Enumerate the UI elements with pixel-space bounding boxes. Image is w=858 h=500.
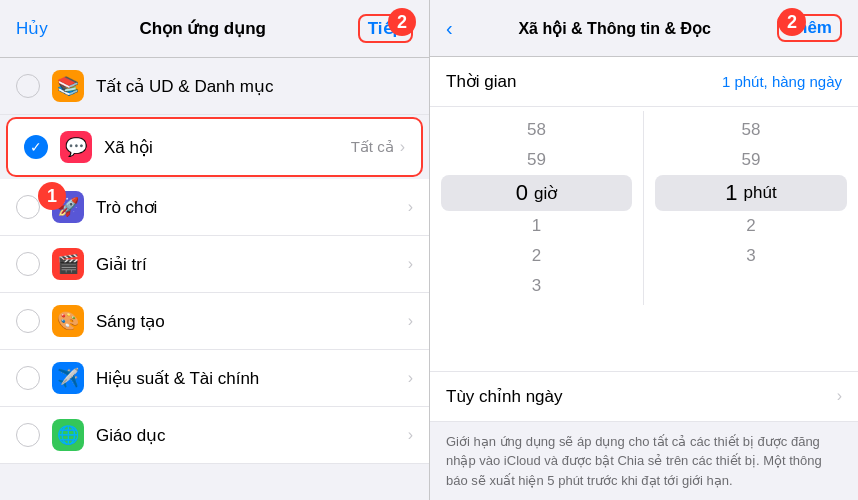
item-label-creative: Sáng tạo	[96, 311, 408, 332]
education-icon: 🌐	[52, 419, 84, 451]
picker-hour-2: 2	[532, 241, 541, 271]
picker-min-59: 59	[742, 145, 761, 175]
all-icon: 📚	[52, 70, 84, 102]
radio-unselected	[16, 252, 40, 276]
chevron-icon: ›	[408, 198, 413, 216]
right-panel: ‹ Xã hội & Thông tin & Đọc Thêm 2 Thời g…	[430, 0, 858, 500]
cancel-button[interactable]: Hủy	[16, 18, 48, 39]
chevron-icon: ›	[400, 138, 405, 156]
radio-unselected	[16, 366, 40, 390]
customize-label: Tùy chỉnh ngày	[446, 386, 563, 407]
left-header: Hủy Chọn ứng dụng Tiếp	[0, 0, 429, 58]
list-item[interactable]: 📚 Tất cả UD & Danh mục	[0, 58, 429, 115]
picker-hour-59: 59	[527, 145, 546, 175]
chevron-icon: ›	[837, 387, 842, 405]
badge-1-left: 1	[38, 182, 66, 210]
picker-min-58: 58	[742, 115, 761, 145]
list-item-social[interactable]: ✓ 💬 Xã hội Tất cả ›	[6, 117, 423, 177]
radio-checked: ✓	[24, 135, 48, 159]
entertainment-icon: 🎬	[52, 248, 84, 280]
item-label-entertainment: Giải trí	[96, 254, 408, 275]
chevron-icon: ›	[408, 255, 413, 273]
time-picker[interactable]: 58 59 0 giờ 1 2 3 58 59 1 phút	[430, 107, 858, 371]
item-label-productivity: Hiệu suất & Tài chính	[96, 368, 408, 389]
picker-hour-58: 58	[527, 115, 546, 145]
chevron-icon: ›	[408, 369, 413, 387]
social-icon: 💬	[60, 131, 92, 163]
left-title: Chọn ứng dụng	[140, 18, 266, 39]
list-item-games[interactable]: 🚀 Trò chơi ›	[0, 179, 429, 236]
note-text: Giới hạn ứng dụng sẽ áp dụng cho tất cả …	[430, 422, 858, 501]
creative-icon: 🎨	[52, 305, 84, 337]
badge-2-next: 2	[388, 8, 416, 36]
picker-hour-1: 1	[532, 211, 541, 241]
item-sublabel-social: Tất cả	[351, 138, 394, 156]
time-value: 1 phút, hàng ngày	[722, 73, 842, 90]
category-list: 📚 Tất cả UD & Danh mục ✓ 💬 Xã hội Tất cả…	[0, 58, 429, 500]
back-button[interactable]: ‹	[446, 17, 453, 40]
item-label-games: Trò chơi	[96, 197, 408, 218]
item-label: Tất cả UD & Danh mục	[96, 76, 413, 97]
list-item-creative[interactable]: 🎨 Sáng tạo ›	[0, 293, 429, 350]
list-item-entertainment[interactable]: 🎬 Giải trí ›	[0, 236, 429, 293]
chevron-icon: ›	[408, 426, 413, 444]
list-item-productivity[interactable]: ✈️ Hiệu suất & Tài chính ›	[0, 350, 429, 407]
item-label-social: Xã hội	[104, 137, 351, 158]
list-item-education[interactable]: 🌐 Giáo dục ›	[0, 407, 429, 464]
chevron-icon: ›	[408, 312, 413, 330]
radio-unselected	[16, 195, 40, 219]
item-label-education: Giáo dục	[96, 425, 408, 446]
time-label: Thời gian	[446, 71, 516, 92]
left-panel: Hủy Chọn ứng dụng Tiếp 2 📚 Tất cả UD & D…	[0, 0, 430, 500]
picker-min-3: 3	[746, 241, 755, 271]
picker-hour-3: 3	[532, 271, 541, 301]
time-row: Thời gian 1 phút, hàng ngày	[430, 57, 858, 107]
right-title: Xã hội & Thông tin & Đọc	[518, 19, 710, 38]
radio-unselected	[16, 423, 40, 447]
radio-unselected	[16, 309, 40, 333]
productivity-icon: ✈️	[52, 362, 84, 394]
badge-2-right: 2	[778, 8, 806, 36]
picker-min-selected: 1	[725, 180, 737, 206]
picker-hour-selected: 0	[516, 180, 528, 206]
picker-min-2: 2	[746, 211, 755, 241]
picker-min-unit: phút	[744, 183, 777, 203]
radio-unselected	[16, 74, 40, 98]
customize-day-row[interactable]: Tùy chỉnh ngày ›	[430, 371, 858, 422]
picker-hour-unit: giờ	[534, 183, 557, 204]
